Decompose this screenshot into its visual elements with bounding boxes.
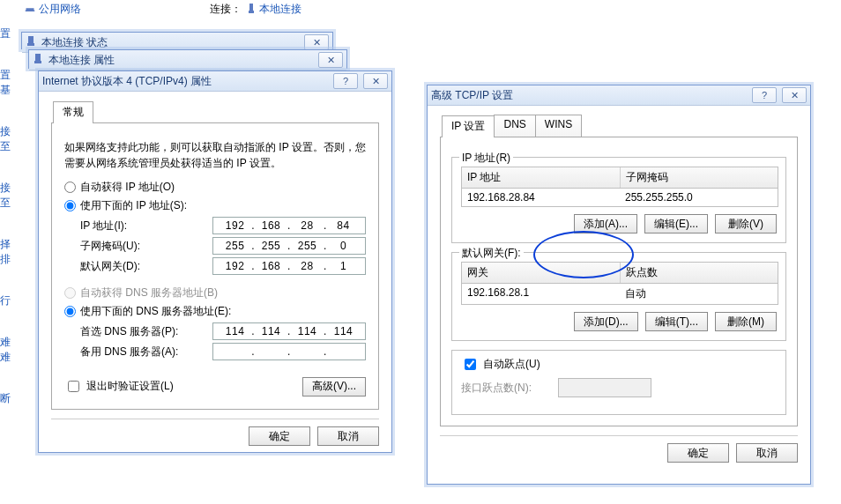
gateways-table[interactable]: 网关 跃点数 192.168.28.1 自动	[461, 262, 778, 305]
status-window-title: 本地连接 状态	[41, 35, 299, 50]
dns-primary-label: 首选 DNS 服务器(P):	[80, 324, 212, 339]
ip-address-label: IP 地址(I):	[80, 219, 212, 233]
sidebar-frag: 接至	[0, 181, 18, 211]
svg-rect-0	[249, 4, 253, 11]
connection-icon	[33, 54, 43, 67]
radio-use-ip[interactable]: 使用下面的 IP 地址(S):	[64, 198, 366, 213]
topbar: 公用网络 连接： 本地连接	[25, 0, 342, 18]
radio-use-dns-input[interactable]	[64, 306, 76, 317]
auto-metric-group: 自动跃点(U) 接口跃点数(N):	[451, 350, 786, 415]
cell-mask: 255.255.255.0	[620, 189, 778, 206]
close-icon[interactable]: ✕	[363, 73, 388, 89]
radio-auto-ip[interactable]: 自动获得 IP 地址(O)	[64, 180, 366, 195]
connection-icon	[247, 4, 256, 14]
network-type-link[interactable]: 公用网络	[25, 2, 81, 17]
connection-icon	[26, 36, 36, 49]
cell-gateway: 192.168.28.1	[462, 284, 620, 304]
connection-properties-window: 本地连接 属性 ✕	[28, 49, 347, 69]
auto-metric-input[interactable]	[465, 359, 476, 370]
default-gateway-label: 默认网关(D):	[80, 259, 212, 274]
table-row[interactable]: 192.168.28.1 自动	[462, 284, 778, 304]
connection-name: 本地连接	[259, 2, 301, 17]
tab-dns[interactable]: DNS	[494, 115, 535, 137]
ip-address-field[interactable]: 192. 168. 28. 84	[212, 217, 366, 234]
radio-auto-ip-input[interactable]	[64, 182, 76, 193]
advanced-tcpip-dialog: 高级 TCP/IP 设置 ? ✕ IP 设置 DNS WINS IP 地址(R)…	[427, 85, 811, 485]
radio-auto-dns-label: 自动获得 DNS 服务器地址(B)	[80, 285, 218, 300]
radio-auto-ip-label: 自动获得 IP 地址(O)	[80, 180, 175, 195]
background-sidebar: 置 置基 接至 接至 择排 行 难难 断	[0, 0, 18, 504]
svg-rect-5	[34, 61, 41, 63]
col-ip-address: IP 地址	[462, 167, 621, 188]
edit-ip-button[interactable]: 编辑(E)...	[644, 214, 708, 233]
sidebar-frag: 择排	[0, 237, 18, 267]
edit-gateway-button[interactable]: 编辑(T)...	[645, 312, 708, 331]
cell-ip: 192.168.28.84	[462, 189, 620, 206]
interface-metric-input	[558, 378, 651, 397]
radio-auto-dns: 自动获得 DNS 服务器地址(B)	[64, 285, 366, 300]
ipv4-tabstrip: 常规	[51, 100, 379, 123]
tab-general[interactable]: 常规	[53, 101, 93, 123]
radio-auto-dns-input	[64, 287, 76, 299]
delete-ip-button[interactable]: 删除(V)	[715, 214, 777, 233]
dns-primary-field[interactable]: 114. 114. 114. 114	[212, 322, 366, 340]
add-ip-button[interactable]: 添加(A)...	[574, 214, 637, 233]
interface-metric-label: 接口跃点数(N):	[461, 381, 558, 396]
col-gateway: 网关	[462, 263, 621, 283]
sidebar-frag: 难难	[0, 335, 18, 365]
cell-metric: 自动	[620, 284, 778, 304]
radio-use-dns-label: 使用下面的 DNS 服务器地址(E):	[80, 304, 231, 319]
subnet-mask-label: 子网掩码(U):	[80, 239, 212, 254]
col-metric: 跃点数	[621, 263, 778, 283]
sidebar-frag: 行	[0, 293, 18, 308]
validate-on-exit-label: 退出时验证设置(L)	[86, 379, 174, 394]
close-icon[interactable]: ✕	[304, 34, 329, 50]
sidebar-frag: 接至	[0, 124, 18, 154]
add-gateway-button[interactable]: 添加(D)...	[574, 312, 638, 331]
default-gateways-legend: 默认网关(F):	[459, 246, 524, 261]
ipv4-properties-dialog: Internet 协议版本 4 (TCP/IPv4) 属性 ? ✕ 常规 如果网…	[38, 70, 392, 453]
connection-link[interactable]: 本地连接	[247, 2, 301, 17]
dns-secondary-field[interactable]: . . .	[212, 343, 366, 360]
network-type-label: 公用网络	[39, 2, 81, 17]
close-icon[interactable]: ✕	[782, 87, 807, 103]
radio-use-ip-input[interactable]	[64, 200, 76, 211]
ok-button[interactable]: 确定	[249, 426, 310, 446]
radio-use-dns[interactable]: 使用下面的 DNS 服务器地址(E):	[64, 304, 366, 319]
col-subnet-mask: 子网掩码	[621, 167, 778, 188]
validate-on-exit-checkbox[interactable]: 退出时验证设置(L)	[64, 378, 174, 395]
bench-icon	[25, 4, 35, 14]
delete-gateway-button[interactable]: 删除(M)	[715, 312, 777, 331]
help-button[interactable]: ?	[333, 73, 358, 89]
ipv4-dialog-title: Internet 协议版本 4 (TCP/IPv4) 属性	[42, 74, 328, 89]
svg-rect-3	[27, 43, 34, 46]
cancel-button[interactable]: 取消	[736, 443, 798, 463]
default-gateways-group: 默认网关(F): 网关 跃点数 192.168.28.1 自动 添加(D)...…	[451, 252, 786, 341]
ip-addresses-legend: IP 地址(R)	[459, 151, 513, 166]
help-button[interactable]: ?	[752, 87, 777, 103]
svg-rect-4	[35, 54, 41, 61]
ok-button[interactable]: 确定	[667, 443, 729, 463]
sidebar-frag: 断	[0, 391, 18, 406]
subnet-mask-field[interactable]: 255. 255. 255. 0	[212, 237, 366, 255]
auto-metric-checkbox[interactable]: 自动跃点(U)	[461, 356, 777, 373]
advanced-dialog-title: 高级 TCP/IP 设置	[431, 88, 747, 103]
tab-wins[interactable]: WINS	[535, 115, 582, 137]
tab-ip-settings[interactable]: IP 设置	[442, 115, 495, 137]
svg-rect-1	[249, 11, 254, 13]
connection-status-window: 本地连接 状态 ✕	[21, 32, 333, 49]
auto-metric-label: 自动跃点(U)	[483, 357, 540, 372]
validate-on-exit-input[interactable]	[68, 381, 79, 392]
ip-addresses-group: IP 地址(R) IP 地址 子网掩码 192.168.28.84 255.25…	[451, 157, 786, 243]
advanced-button[interactable]: 高级(V)...	[302, 377, 366, 397]
default-gateway-field[interactable]: 192. 168. 28. 1	[212, 257, 366, 275]
connect-label: 连接：	[210, 2, 242, 17]
ip-addresses-table[interactable]: IP 地址 子网掩码 192.168.28.84 255.255.255.0	[461, 167, 778, 207]
dns-secondary-label: 备用 DNS 服务器(A):	[80, 345, 212, 359]
properties-window-title: 本地连接 属性	[48, 53, 313, 68]
table-row[interactable]: 192.168.28.84 255.255.255.0	[462, 189, 778, 206]
close-icon[interactable]: ✕	[318, 52, 343, 68]
radio-use-ip-label: 使用下面的 IP 地址(S):	[80, 198, 187, 213]
cancel-button[interactable]: 取消	[317, 426, 379, 446]
ipv4-info-text: 如果网络支持此功能，则可以获取自动指派的 IP 设置。否则，您需要从网络系统管理…	[64, 139, 366, 171]
